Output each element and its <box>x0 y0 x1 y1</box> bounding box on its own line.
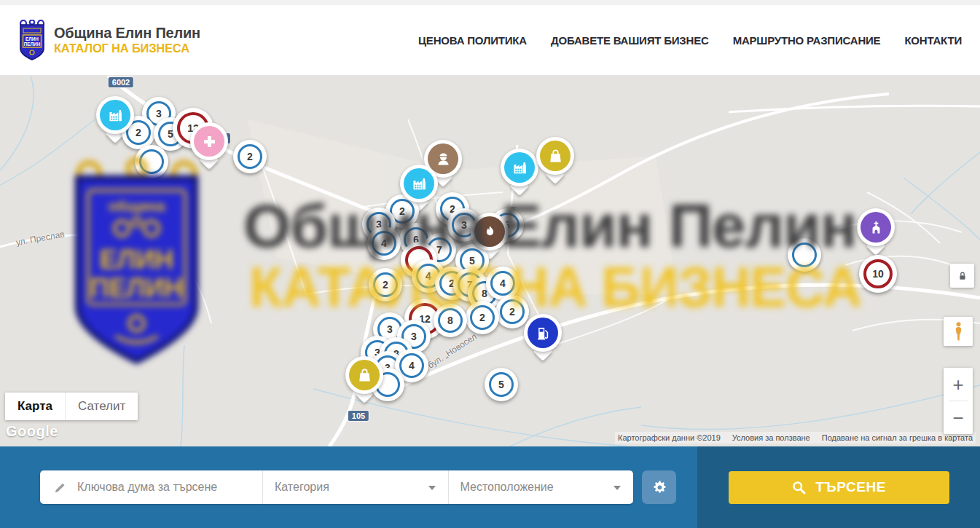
cluster-count: 3 <box>387 323 393 335</box>
cluster-ring <box>139 149 164 174</box>
search-icon <box>791 480 807 495</box>
nav-route-schedule[interactable]: МАРШРУТНО РАЗПИСАНИЕ <box>733 34 881 47</box>
cluster-ring: 4 <box>490 271 515 296</box>
cluster-ring <box>792 243 817 267</box>
cluster-count: 8 <box>447 315 453 326</box>
pin-head <box>96 96 134 134</box>
location-select-value: Местоположение <box>460 481 554 494</box>
search-button[interactable]: ТЪРСЕНЕ <box>729 471 949 504</box>
map-type-map-button[interactable]: Карта <box>5 393 65 420</box>
church-pin-marker[interactable] <box>857 208 895 258</box>
cluster-count: 2 <box>479 312 485 323</box>
lock-icon <box>957 270 968 282</box>
pin-head <box>400 165 438 202</box>
zoom-in-button[interactable]: + <box>944 368 973 401</box>
cluster-ring: 5 <box>489 372 514 397</box>
cluster-ring: 10 <box>863 259 893 288</box>
cluster-ring: 2 <box>238 144 262 169</box>
pin-head <box>524 314 562 352</box>
search-action-panel: ТЪРСЕНЕ <box>697 446 980 528</box>
cluster-count: 2 <box>247 151 253 162</box>
pencil-icon <box>53 481 67 494</box>
pin-head <box>536 137 574 175</box>
cluster-ring: 2 <box>500 299 525 324</box>
pin-head <box>501 149 538 186</box>
factory-pin-marker[interactable] <box>501 149 538 198</box>
search-button-label: ТЪРСЕНЕ <box>815 479 886 495</box>
google-logo[interactable]: Google <box>6 423 58 440</box>
map-canvas[interactable]: ул. Преславбул. „Новоселция6002105 32512… <box>0 76 980 446</box>
keyword-field[interactable] <box>40 470 262 504</box>
gear-icon <box>651 479 667 495</box>
attribution-map-data: Картографски данни ©2019 <box>618 433 721 442</box>
location-select[interactable]: Местоположение <box>448 470 634 504</box>
attribution-terms-link[interactable]: Условия за ползване <box>732 433 810 442</box>
site-title: Община Елин Пелин <box>54 25 200 42</box>
map-type-satellite-button[interactable]: Сателит <box>65 393 138 420</box>
cluster-marker[interactable]: 2 <box>466 301 499 334</box>
category-select-value: Категория <box>275 481 329 494</box>
cluster-marker[interactable]: 2 <box>369 268 402 302</box>
cluster-count: 4 <box>500 277 506 289</box>
cluster-count: 2 <box>136 127 141 138</box>
search-fields-panel: Категория Местоположение <box>0 446 697 528</box>
cluster-marker[interactable]: 2 <box>495 295 529 328</box>
chevron-down-icon <box>614 486 621 490</box>
site-header: ЕЛИН ПЕЛИН Община Елин Пелин КАТАЛОГ НА … <box>0 5 980 76</box>
nav-pricing-policy[interactable]: ЦЕНОВА ПОЛИТИКА <box>418 34 527 47</box>
cluster-count: 4 <box>409 360 415 371</box>
cluster-marker[interactable] <box>135 145 168 178</box>
cluster-ring: 8 <box>438 308 463 333</box>
pin-head <box>471 213 509 251</box>
cluster-marker[interactable]: 2 <box>233 140 267 173</box>
zoom-control: + − <box>944 368 973 434</box>
factory-icon <box>100 100 130 130</box>
street-view-pegman-button[interactable] <box>944 317 973 346</box>
cluster-count: 3 <box>411 331 417 342</box>
shopping-bag-icon <box>540 141 571 171</box>
factory-icon <box>504 152 535 183</box>
attribution-report-error-link[interactable]: Подаване на сигнал за грешка в картата <box>822 433 973 442</box>
nav-contacts[interactable]: КОНТАКТИ <box>904 34 962 47</box>
cluster-marker[interactable]: 4 <box>367 226 401 260</box>
medical-cross-pin-marker[interactable] <box>190 122 228 172</box>
cluster-marker[interactable] <box>788 238 821 272</box>
map-type-control: Карта Сателит <box>5 393 138 420</box>
cluster-count: 4 <box>426 270 431 282</box>
logo-text-1: ЕЛИН <box>26 36 39 41</box>
cluster-count: 3 <box>156 108 162 119</box>
cluster-count: 7 <box>436 244 442 256</box>
cluster-count: 2 <box>383 279 388 291</box>
cluster-count: 3 <box>461 219 467 231</box>
cluster-marker[interactable]: 8 <box>434 304 467 337</box>
cluster-count: 10 <box>872 268 884 280</box>
nav-add-your-business[interactable]: ДОБАВЕТЕ ВАШИЯТ БИЗНЕС <box>551 34 709 47</box>
cluster-count: 2 <box>399 205 405 217</box>
shopping-bag-pin-marker[interactable] <box>536 137 574 186</box>
top-strip <box>0 0 980 5</box>
advanced-search-button[interactable] <box>642 470 676 504</box>
cluster-ring: 4 <box>399 353 424 378</box>
map-attribution: Картографски данни ©2019 Условия за полз… <box>615 432 976 444</box>
cluster-marker[interactable]: 5 <box>485 368 518 401</box>
main-nav: ЦЕНОВА ПОЛИТИКА ДОБАВЕТЕ ВАШИЯТ БИЗНЕС М… <box>418 34 962 47</box>
pin-head <box>857 208 895 246</box>
zoom-out-button[interactable]: − <box>944 401 973 434</box>
cluster-ring: 2 <box>373 272 398 297</box>
church-icon <box>861 212 891 243</box>
pin-head <box>190 122 228 160</box>
category-select[interactable]: Категория <box>262 470 448 504</box>
cluster-ring: 2 <box>470 305 495 330</box>
map-markers-layer: 32512223523675424278422128333834510 <box>0 76 980 446</box>
site-brand[interactable]: ЕЛИН ПЕЛИН Община Елин Пелин КАТАЛОГ НА … <box>17 20 200 61</box>
factory-icon <box>404 168 434 199</box>
cluster-ring: 4 <box>372 231 396 256</box>
cluster-marker[interactable]: 10 <box>859 255 897 293</box>
chevron-down-icon <box>428 486 436 490</box>
cluster-count: 2 <box>509 306 515 318</box>
municipality-logo[interactable]: ЕЛИН ПЕЛИН <box>17 20 47 61</box>
fuel-pin-marker[interactable] <box>524 314 562 363</box>
pin-head <box>345 356 383 394</box>
keyword-input[interactable] <box>76 480 252 494</box>
lock-control-button[interactable] <box>950 264 974 288</box>
